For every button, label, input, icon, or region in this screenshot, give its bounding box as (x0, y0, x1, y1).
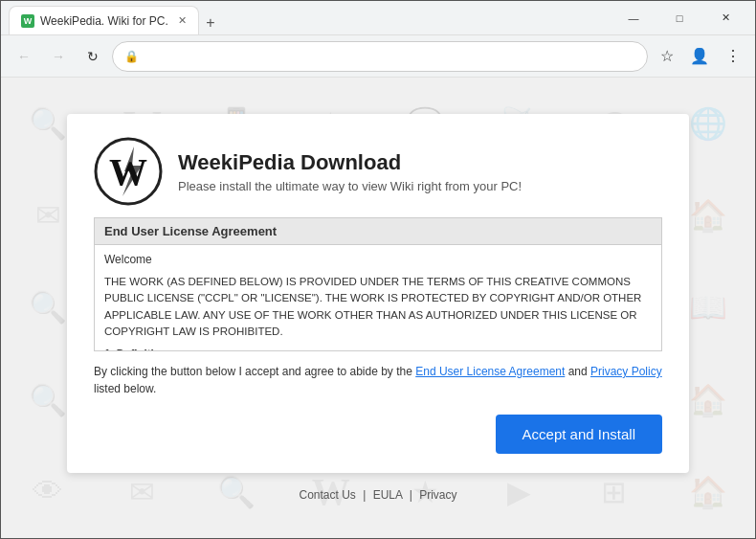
close-button[interactable]: ✕ (703, 4, 747, 33)
reload-button[interactable]: ↻ (78, 41, 108, 72)
bookmark-button[interactable]: ☆ (652, 41, 682, 72)
back-button[interactable]: ← (9, 41, 39, 72)
footer-sep1: | (363, 488, 366, 502)
agreement-section: By clicking the button below I accept an… (94, 363, 662, 454)
bg-icon-msg2: ✉ (129, 474, 155, 510)
eula-footer-link[interactable]: EULA (373, 488, 403, 502)
agreement-after: listed below. (94, 382, 156, 395)
minimize-button[interactable]: — (611, 4, 656, 33)
bg-icon-home: 🏠 (689, 197, 727, 234)
active-tab[interactable]: W WeekiPedia. Wiki for PC. ✕ (9, 6, 199, 34)
bg-icon-search: 🔍 (29, 105, 67, 142)
bg-icon-book: 📖 (689, 289, 727, 326)
bg-icon-search4: 🔍 (217, 474, 256, 510)
bg-icon-grid: ⊞ (601, 474, 627, 510)
tab-title: WeekiPedia. Wiki for PC. (40, 14, 168, 28)
installer-card: W WeekiPedia Download Please install the… (67, 114, 689, 473)
forward-button[interactable]: → (43, 41, 74, 72)
bg-icon-search3: 🔍 (29, 382, 67, 418)
tab-close-button[interactable]: ✕ (178, 14, 187, 27)
title-bar: W WeekiPedia. Wiki for PC. ✕ + — □ ✕ (1, 1, 755, 35)
window-controls: — □ ✕ (611, 4, 747, 33)
eula-body-text: THE WORK (AS DEFINED BELOW) IS PROVIDED … (104, 274, 652, 340)
profile-button[interactable]: 👤 (684, 41, 715, 72)
page-content: 🔍 W 📱 ★ 💬 📡 @ 🌐 ✉ 👤 📍 💬 📶 📷 🔗 🏠 🔍 W ↗ ℹ … (1, 78, 755, 538)
eula-section-title: 1. Definitions (104, 346, 652, 351)
bg-icon-home3: 🏠 (689, 474, 727, 510)
privacy-link[interactable]: Privacy Policy (590, 365, 662, 378)
page-footer: Contact Us | EULA | Privacy (299, 488, 456, 502)
agreement-before: By clicking the button below I accept an… (94, 365, 415, 378)
app-subtitle: Please install the ultimate way to view … (178, 179, 662, 193)
tab-favicon: W (21, 14, 34, 28)
app-title: WeekiPedia Download (178, 150, 662, 175)
eula-heading: End User License Agreement (95, 218, 661, 245)
agreement-and: and (565, 365, 590, 378)
new-tab-button[interactable]: + (199, 11, 222, 34)
card-header: W WeekiPedia Download Please install the… (94, 137, 662, 206)
nav-bar: ← → ↻ 🔒 ☆ 👤 ⋮ (1, 35, 755, 78)
nav-right-controls: ☆ 👤 ⋮ (652, 41, 747, 72)
privacy-footer-link[interactable]: Privacy (419, 488, 456, 502)
bg-icon-search2: 🔍 (29, 289, 67, 326)
maximize-button[interactable]: □ (657, 4, 701, 33)
lock-icon: 🔒 (124, 50, 139, 63)
bg-icon-eye: 👁 (33, 474, 63, 509)
footer-sep2: | (410, 488, 412, 502)
eula-box[interactable]: End User License Agreement Welcome THE W… (94, 217, 662, 351)
app-logo: W (94, 137, 163, 206)
bg-icon-play: ▶ (507, 474, 531, 510)
browser-window: W WeekiPedia. Wiki for PC. ✕ + — □ ✕ ← →… (0, 0, 756, 539)
eula-body: Welcome THE WORK (AS DEFINED BELOW) IS P… (95, 245, 661, 351)
agreement-text: By clicking the button below I accept an… (94, 363, 662, 397)
eula-welcome: Welcome (104, 251, 652, 268)
bg-icon-home2: 🏠 (689, 382, 727, 418)
bg-icon-mail: ✉ (35, 197, 61, 234)
eula-link[interactable]: End User License Agreement (415, 365, 565, 378)
bg-icon-globe: 🌐 (689, 105, 727, 142)
card-title-block: WeekiPedia Download Please install the u… (178, 150, 662, 193)
menu-button[interactable]: ⋮ (717, 41, 747, 72)
tab-bar: W WeekiPedia. Wiki for PC. ✕ + (9, 1, 608, 34)
contact-link[interactable]: Contact Us (299, 488, 355, 502)
address-bar[interactable]: 🔒 (112, 41, 648, 72)
accept-and-install-button[interactable]: Accept and Install (496, 415, 662, 454)
